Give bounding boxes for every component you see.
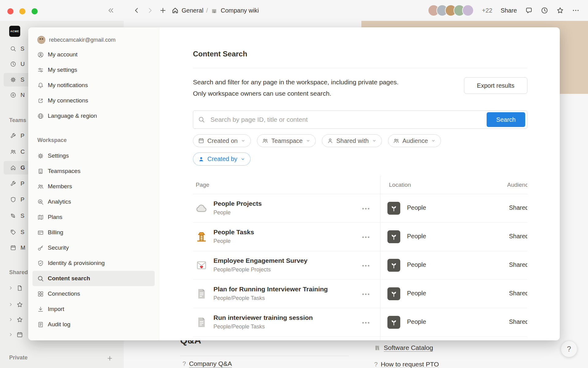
table-row[interactable]: Run interviewer training session People/… xyxy=(193,308,527,337)
row-menu-icon[interactable] xyxy=(359,233,372,241)
sidebar-team-item[interactable]: S xyxy=(10,225,24,239)
back-icon[interactable] xyxy=(133,7,140,14)
settings-nav-import[interactable]: Import xyxy=(32,301,155,317)
new-tab-icon[interactable] xyxy=(159,7,167,14)
export-results-button[interactable]: Export results xyxy=(464,77,527,94)
table-row[interactable]: Employee Engagement Survey People/People… xyxy=(193,251,527,280)
settings-nav-plans[interactable]: Plans xyxy=(32,209,155,225)
filter-audience[interactable]: Audience xyxy=(388,134,441,147)
table-row[interactable]: People Tasks People People Shared xyxy=(193,223,527,251)
sidebar-team-item[interactable]: C xyxy=(10,145,25,159)
sliders-icon xyxy=(37,67,44,73)
chevron-right-icon[interactable] xyxy=(9,317,13,322)
filter-shared-with[interactable]: Shared with xyxy=(322,134,382,147)
settings-nav-identity-provisioning[interactable]: Identity & provisioning xyxy=(32,255,155,271)
avatar-overflow-count[interactable]: +22 xyxy=(482,7,492,14)
sidebar-shared-item[interactable] xyxy=(9,298,23,311)
page-icon xyxy=(195,288,208,300)
search-input[interactable] xyxy=(193,110,527,129)
globe-icon xyxy=(37,113,44,119)
settings-nav-my-connections[interactable]: My connections xyxy=(32,93,155,108)
table-row[interactable]: Plan for Running Interviewer Training Pe… xyxy=(193,280,527,308)
search-button[interactable]: Search xyxy=(487,112,525,127)
chevron-right-icon[interactable] xyxy=(9,286,13,290)
more-options-icon[interactable] xyxy=(572,7,579,14)
sidebar-item-updates[interactable]: U xyxy=(10,57,25,71)
sidebar-team-item[interactable]: S xyxy=(10,209,24,223)
settings-nav-security[interactable]: Security xyxy=(32,240,155,255)
breadcrumb-root[interactable]: General xyxy=(182,7,203,14)
chevron-right-icon[interactable] xyxy=(9,332,13,337)
sidebar-team-item[interactable]: P xyxy=(10,193,24,206)
teams-section-heading[interactable]: Teams xyxy=(9,117,26,124)
avatar xyxy=(462,5,474,16)
page-link-company-qa[interactable]: ? Company Q&A xyxy=(183,360,232,367)
sidebar-team-item-general[interactable]: G xyxy=(10,161,25,174)
minimize-window-button[interactable] xyxy=(19,8,25,14)
filter-created-by[interactable]: Created by xyxy=(193,152,251,166)
settings-nav-teamspaces[interactable]: Teamspaces xyxy=(32,163,155,179)
sidebar-team-item[interactable]: P xyxy=(10,129,24,143)
filter-created-on[interactable]: Created on xyxy=(193,134,251,147)
share-button[interactable]: Share xyxy=(501,7,517,14)
sidebar-shared-item[interactable] xyxy=(9,328,23,341)
sidebar-team-item[interactable]: P xyxy=(10,177,24,190)
sidebar-shared-item[interactable] xyxy=(9,282,23,294)
tag-icon xyxy=(10,229,16,235)
settings-nav-billing[interactable]: Billing xyxy=(32,225,155,240)
chevron-right-icon[interactable] xyxy=(9,302,13,307)
table-header: Page Location Audience xyxy=(193,176,527,194)
settings-nav-analytics[interactable]: Analytics xyxy=(32,194,155,209)
row-menu-icon[interactable] xyxy=(359,261,372,270)
settings-nav-my-account[interactable]: My account xyxy=(32,47,155,62)
row-menu-icon[interactable] xyxy=(359,290,372,298)
search-icon xyxy=(37,275,44,282)
settings-nav-my-notifications[interactable]: My notifications xyxy=(32,78,155,93)
page-link-software-catalog[interactable]: Software Catalog xyxy=(374,344,433,351)
favorite-star-icon[interactable] xyxy=(556,7,564,14)
private-section-heading[interactable]: Private xyxy=(9,355,28,361)
add-private-page-icon[interactable] xyxy=(107,355,113,362)
breadcrumb-page[interactable]: Company wiki xyxy=(221,7,259,14)
history-clock-icon[interactable] xyxy=(541,7,548,14)
shared-section-heading[interactable]: Shared xyxy=(9,269,28,276)
bell-icon xyxy=(37,82,44,89)
settings-nav-connections[interactable]: Connections xyxy=(32,286,155,301)
settings-nav-language-region[interactable]: Language & region xyxy=(32,108,155,124)
settings-nav-settings[interactable]: Settings xyxy=(32,148,155,163)
sidebar-item-search[interactable]: S xyxy=(10,42,24,56)
settings-nav-members[interactable]: Members xyxy=(32,179,155,194)
title-divider xyxy=(193,68,527,68)
close-window-button[interactable] xyxy=(7,8,13,14)
comments-icon[interactable] xyxy=(525,7,533,14)
sidebar-item-settings[interactable]: S xyxy=(10,73,24,86)
import-arrow-icon xyxy=(37,306,44,312)
people-icon xyxy=(37,183,44,190)
settings-nav-my-settings[interactable]: My settings xyxy=(32,62,155,78)
account-avatar xyxy=(37,36,45,44)
settings-nav-content-search[interactable]: Content search xyxy=(32,271,155,286)
search-icon xyxy=(10,46,16,52)
filter-chips: Created on Teamspace Shared with Audienc… xyxy=(193,134,441,147)
account-email: rebeccamcakir@gmail.com xyxy=(49,37,115,43)
filter-teamspace[interactable]: Teamspace xyxy=(257,134,316,147)
collaborator-avatars[interactable] xyxy=(428,5,474,16)
page-link-request-pto[interactable]: ? How to request PTO xyxy=(374,361,439,368)
sidebar-shared-item[interactable] xyxy=(9,313,23,326)
forward-icon[interactable] xyxy=(146,7,154,14)
settings-nav-audit-log[interactable]: Audit log xyxy=(32,317,155,332)
people-icon xyxy=(262,138,268,144)
sidebar-team-item[interactable]: M xyxy=(10,241,25,255)
wrench-icon xyxy=(10,133,16,139)
sidebar-item-new-page[interactable]: N xyxy=(10,88,25,102)
table-row[interactable]: People Projects People People Shared xyxy=(193,194,527,223)
row-menu-icon[interactable] xyxy=(359,318,372,327)
teamspace-plant-icon xyxy=(387,287,400,300)
row-menu-icon[interactable] xyxy=(359,204,372,213)
collapse-sidebar-icon[interactable] xyxy=(107,7,115,14)
zoom-window-button[interactable] xyxy=(32,8,38,14)
leaf-icon xyxy=(10,213,16,219)
workspace-logo[interactable]: ACME xyxy=(9,26,20,37)
help-button[interactable]: ? xyxy=(561,341,577,357)
home-icon[interactable] xyxy=(172,7,179,14)
